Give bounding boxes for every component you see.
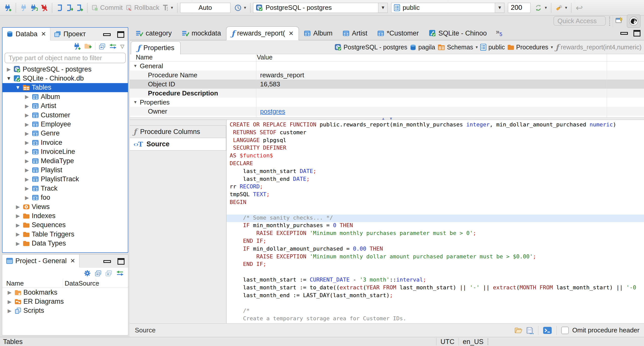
new-folder-icon[interactable]: [84, 43, 92, 50]
code-line[interactable]: RAISE EXCEPTION 'Minimum monthly dollar …: [230, 253, 644, 261]
expander-icon[interactable]: ▶: [14, 213, 22, 219]
maximize-icon[interactable]: [117, 258, 125, 265]
tree-item-invoiceline[interactable]: ▶InvoiceLine: [3, 147, 128, 156]
code-line[interactable]: last_month_end DATE;: [230, 176, 644, 184]
refresh-button[interactable]: ▾: [533, 4, 548, 12]
expander-icon[interactable]: ▶: [14, 231, 22, 237]
tree-item-foo[interactable]: ▶foo: [3, 193, 128, 202]
column-datasource[interactable]: DataSource: [65, 280, 99, 287]
expander-icon[interactable]: ▶: [23, 195, 31, 201]
expander-icon[interactable]: ▶: [23, 112, 31, 118]
fetch-size-input[interactable]: [508, 3, 531, 13]
breadcrumb-item-pagila[interactable]: pagila: [410, 44, 435, 51]
editor-tab-sqlite-chinoo[interactable]: SQLite - Chinoo: [424, 26, 492, 40]
close-icon[interactable]: ✕: [289, 30, 294, 37]
breadcrumb-item-public[interactable]: public: [480, 44, 505, 51]
property-row-general[interactable]: ▼General: [130, 61, 644, 71]
expand-all-icon[interactable]: [105, 270, 112, 276]
expander-icon[interactable]: ▶: [14, 222, 22, 228]
property-row-procedure-description[interactable]: Procedure Description: [130, 89, 644, 98]
subtab-procedure-columns[interactable]: ƒProcedure Columns: [130, 125, 226, 138]
code-line-highlighted[interactable]: /* Some sanity checks... */: [227, 215, 644, 222]
editor-tab-artist[interactable]: Artist: [338, 26, 373, 40]
terminal-icon[interactable]: [543, 327, 552, 334]
tree-item-playlist[interactable]: ▶Playlist: [3, 165, 128, 175]
navigator-filter-input[interactable]: [5, 53, 126, 63]
tree-item-indexes[interactable]: ▶Indexes: [3, 211, 128, 220]
tree-item-playlisttrack[interactable]: ▶PlaylistTrack: [3, 175, 128, 184]
tab-database-navigator[interactable]: Databa ✕: [3, 28, 50, 41]
tree-item-album[interactable]: ▶Album: [3, 92, 128, 101]
editor-tab-mockdata[interactable]: mockdata: [177, 26, 226, 40]
timezone-label[interactable]: UTC: [440, 338, 455, 346]
breadcrumb-item-procedures[interactable]: Procedures▾: [507, 44, 553, 51]
schema-selector[interactable]: public ▼: [391, 3, 504, 13]
project-item-scripts[interactable]: ▶Scripts: [2, 306, 128, 315]
code-line[interactable]: [230, 300, 644, 307]
expander-icon[interactable]: ▶: [5, 66, 13, 72]
new-connection-icon[interactable]: [73, 43, 81, 50]
editor-tab--customer[interactable]: *Customer: [372, 26, 424, 40]
reconnect-button[interactable]: [29, 4, 39, 12]
horizontal-splitter[interactable]: ▲▼: [130, 117, 644, 120]
expander-icon[interactable]: ▶: [23, 158, 31, 164]
expander-icon[interactable]: ▼: [133, 100, 137, 105]
code-line[interactable]: last_month_start DATE;: [230, 168, 644, 176]
code-line[interactable]: last_month_start := CURRENT_DATE - '3 mo…: [230, 276, 644, 284]
expander-icon[interactable]: ▼: [133, 64, 137, 68]
expander-icon[interactable]: ▶: [23, 103, 31, 109]
chevron-down-icon[interactable]: ▾: [551, 45, 553, 50]
sql-editor-button[interactable]: [55, 4, 64, 12]
new-sql-editor-button[interactable]: [74, 4, 85, 12]
expander-icon[interactable]: ▼: [5, 76, 13, 81]
column-name[interactable]: Name: [6, 280, 24, 287]
gear-icon[interactable]: [84, 270, 91, 277]
omit-procedure-header-checkbox[interactable]: [561, 327, 569, 334]
expander-icon[interactable]: ▶: [23, 130, 31, 136]
tree-item-mediatype[interactable]: ▶MediaType: [3, 156, 128, 165]
tree-item-data-types[interactable]: ▶Data Types: [3, 239, 128, 248]
column-value[interactable]: Value: [257, 54, 272, 61]
quick-access-input[interactable]: [553, 16, 606, 26]
commit-button[interactable]: Commit: [90, 3, 124, 12]
column-name[interactable]: Name: [136, 54, 153, 61]
tab-projects[interactable]: Проект: [50, 28, 90, 40]
expander-icon[interactable]: ▶: [23, 121, 31, 127]
expander-icon[interactable]: ▶: [6, 308, 13, 314]
link-editor-icon[interactable]: [109, 43, 117, 49]
tree-item-artist[interactable]: ▶Artist: [3, 101, 128, 111]
property-row-owner[interactable]: Ownerpostgres: [130, 107, 644, 116]
maximize-icon[interactable]: [117, 31, 124, 38]
transaction-mode-button[interactable]: ▾: [161, 4, 175, 12]
minimize-icon[interactable]: [103, 33, 111, 36]
expander-icon[interactable]: ▶: [23, 167, 31, 173]
code-line[interactable]: END IF;: [230, 261, 644, 269]
property-value-link[interactable]: postgres: [256, 108, 285, 115]
code-line[interactable]: IF min_monthly_purchases = 0 THEN: [230, 222, 644, 230]
code-line[interactable]: DECLARE: [230, 160, 644, 168]
expander-icon[interactable]: ▶: [14, 204, 22, 210]
expander-icon[interactable]: ▶: [6, 289, 13, 295]
back-button[interactable]: ↩: [574, 2, 584, 13]
close-icon[interactable]: ✕: [41, 30, 46, 38]
editor-tab-album[interactable]: Album: [299, 26, 338, 40]
subtab-source[interactable]: ‹›TSource: [130, 138, 226, 151]
tree-item-genre[interactable]: ▶Genre: [3, 129, 128, 138]
code-line[interactable]: AS $function$: [230, 152, 644, 160]
new-connection-button[interactable]: [3, 4, 13, 12]
tree-item-track[interactable]: ▶Track: [3, 184, 128, 193]
code-line[interactable]: RAISE EXCEPTION 'Minimum monthly purchas…: [230, 230, 644, 238]
auto-commit-combo[interactable]: Auto: [180, 3, 230, 13]
expander-icon[interactable]: ▶: [23, 140, 31, 146]
tree-item-customer[interactable]: ▶Customer: [3, 111, 128, 120]
editor-tab-category[interactable]: category: [131, 26, 177, 40]
minimize-icon[interactable]: [620, 32, 628, 35]
tree-item-table-triggers[interactable]: ▶Table Triggers: [3, 230, 128, 239]
project-item-er-diagrams[interactable]: ▶ER Diagrams: [2, 297, 128, 306]
editor-tab-rewards-report-[interactable]: ƒrewards_report(✕: [226, 26, 299, 40]
code-line[interactable]: last_month_end := LAST_DAY(last_month_st…: [230, 292, 644, 300]
breadcrumb-item-postgresql-postgres[interactable]: PostgreSQL - postgres: [335, 44, 407, 51]
rollback-button[interactable]: Rollback: [124, 3, 161, 12]
code-line[interactable]: IF min_dollar_amount_purchased = 0.00 TH…: [230, 246, 644, 253]
chevron-down-icon[interactable]: ▾: [476, 45, 478, 50]
